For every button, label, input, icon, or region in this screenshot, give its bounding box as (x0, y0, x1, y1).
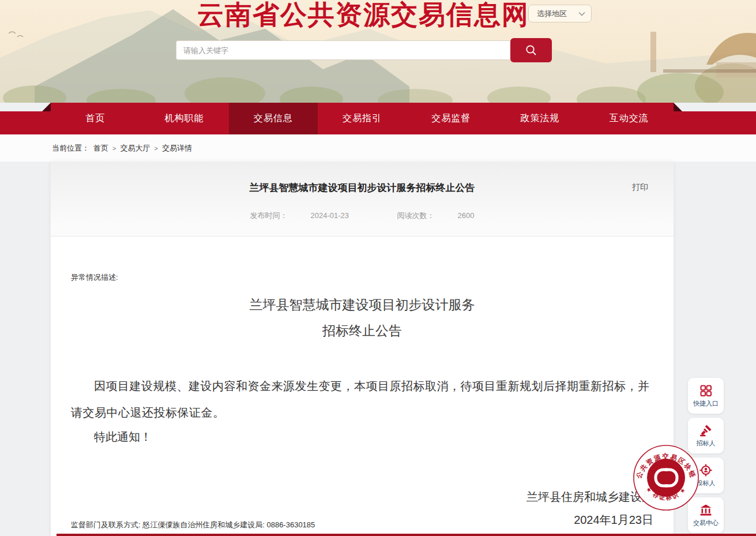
site-title: 云南省公共资源交易信息网 (173, 0, 554, 29)
breadcrumb-strip: 当前位置： 首页 > 交易大厅 > 交易详情 (0, 134, 756, 162)
nav-item-functions[interactable]: 机构职能 (140, 103, 228, 134)
rail-item-quick-entry[interactable]: 快捷入口 (688, 378, 724, 414)
article-meta: 发布时间：2024-01-23 阅读次数：2600 (51, 211, 674, 221)
footer-top-edge (57, 534, 756, 536)
document-notice-line: 特此通知！ (71, 429, 653, 445)
breadcrumb-location-label: 当前位置： (52, 143, 89, 153)
breadcrumb-link-trade-hall[interactable]: 交易大厅 (120, 143, 150, 153)
article-header: 兰坪县智慧城市建设项目初步设计服务招标终止公告 打印 发布时间：2024-01-… (51, 162, 674, 237)
article-body: 异常情况描述: 兰坪县智慧城市建设项目初步设计服务 招标终止公告 因项目建设规模… (51, 237, 674, 536)
nav-item-interaction[interactable]: 互动交流 (585, 103, 674, 134)
bidder-target-icon (699, 463, 713, 477)
region-selector[interactable]: 选择地区 (528, 5, 592, 23)
document-paragraph: 因项目建设规模、建设内容和资金来源发生变更，本项目原招标取消，待项目重新规划后择… (71, 373, 653, 426)
magnifier-icon (524, 43, 538, 57)
grid-icon (699, 384, 713, 398)
print-button[interactable]: 打印 (632, 182, 648, 193)
supervision-contact-line: 监督部门及联系方式: 怒江傈僳族自治州住房和城乡建设局: 0886-363018… (71, 520, 315, 530)
signature-org: 兰坪县住房和城乡建设局 (71, 485, 653, 508)
nav-item-home[interactable]: 首页 (51, 103, 140, 134)
article-title: 兰坪县智慧城市建设项目初步设计服务招标终止公告 (51, 162, 674, 194)
chevron-down-icon (578, 12, 585, 16)
nav-item-trade-info[interactable]: 交易信息 (229, 103, 318, 134)
breadcrumb-separator: > (154, 145, 157, 152)
article-card: 兰坪县智慧城市建设项目初步设计服务招标终止公告 打印 发布时间：2024-01-… (51, 162, 674, 536)
nav-band: 首页 机构职能 交易信息 交易指引 交易监督 政策法规 互动交流 (51, 103, 674, 134)
breadcrumb-separator: > (112, 145, 116, 152)
publish-time: 发布时间：2024-01-23 (238, 211, 360, 220)
main-navigation: 首页 机构职能 交易信息 交易指引 交易监督 政策法规 互动交流 (0, 103, 756, 134)
search-button[interactable] (510, 38, 552, 62)
nav-item-policies[interactable]: 政策法规 (495, 103, 584, 134)
search-input[interactable] (176, 40, 520, 60)
nav-item-trade-guide[interactable]: 交易指引 (318, 103, 407, 134)
blockchain-certification-stamp: 公共资源交易区块链 ★ 存证标识 ★ (633, 444, 699, 511)
document-heading-line1: 兰坪县智慧城市建设项目初步设计服务 (71, 292, 653, 318)
document-heading-line2: 招标终止公告 (71, 318, 653, 344)
ribbon-fold-right (674, 103, 682, 111)
breadcrumb: 当前位置： 首页 > 交易大厅 > 交易详情 (52, 134, 192, 162)
bank-icon (699, 503, 713, 517)
view-count: 阅读次数：2600 (386, 211, 486, 220)
search-bar (176, 38, 552, 62)
gavel-icon (699, 423, 713, 437)
nav-item-trade-supervision[interactable]: 交易监督 (407, 103, 495, 134)
breadcrumb-link-home[interactable]: 首页 (93, 143, 108, 153)
region-selector-label: 选择地区 (537, 9, 567, 19)
abnormal-description-label: 异常情况描述: (71, 237, 653, 283)
breadcrumb-link-trade-detail[interactable]: 交易详情 (162, 143, 192, 153)
main-area: 兰坪县智慧城市建设项目初步设计服务招标终止公告 打印 发布时间：2024-01-… (0, 162, 756, 536)
site-banner: 云南省公共资源交易信息网 选择地区 (0, 0, 756, 103)
ribbon-fold-left (42, 103, 51, 111)
